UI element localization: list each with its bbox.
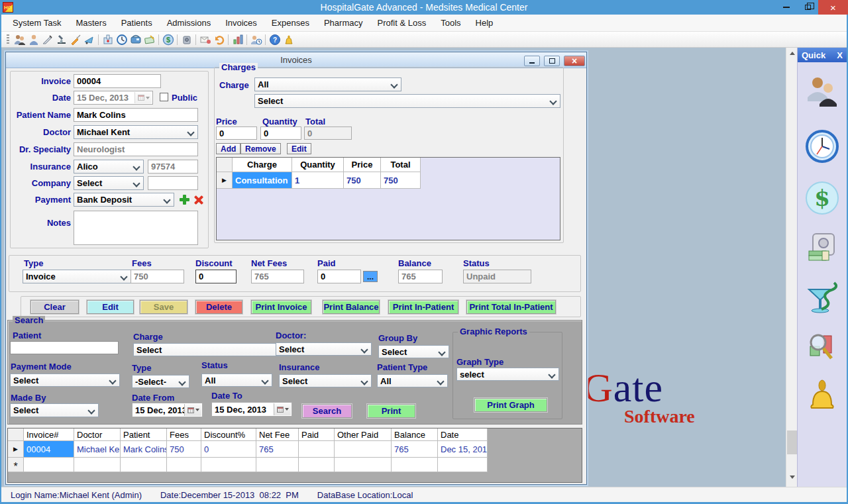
empty-cell[interactable]	[335, 458, 392, 472]
price-cell[interactable]: 750	[344, 172, 381, 189]
doctor-combo[interactable]: Michael Kent	[74, 125, 198, 139]
company-combo[interactable]: Select	[74, 176, 144, 190]
menu-tools[interactable]: Tools	[433, 15, 468, 31]
save-button[interactable]: Save	[140, 300, 187, 314]
other-paid-cell[interactable]	[335, 441, 392, 458]
search-insurance-combo[interactable]: Select	[279, 374, 372, 387]
empty-cell[interactable]	[74, 458, 121, 472]
menu-patients[interactable]: Patients	[114, 15, 160, 31]
paid-cell[interactable]	[299, 441, 335, 458]
child-close-button[interactable]	[564, 56, 585, 66]
print-in-patient-button[interactable]: Print In-Patient	[388, 300, 458, 314]
empty-cell[interactable]	[24, 458, 74, 472]
col-net-fee[interactable]: Net Fee	[256, 428, 299, 441]
new-row-icon[interactable]	[8, 458, 24, 472]
date-from-picker-icon[interactable]	[184, 404, 201, 416]
quick-close-icon[interactable]: X	[837, 50, 843, 60]
clock-icon[interactable]	[115, 33, 129, 46]
clock-icon[interactable]	[804, 128, 840, 164]
col-fees[interactable]: Fees	[167, 428, 201, 441]
date-to-field[interactable]: 15 Dec, 2013	[211, 402, 292, 417]
microscope-icon[interactable]	[54, 33, 68, 46]
clear-button[interactable]: Clear	[30, 300, 79, 314]
invoice-no-cell[interactable]: 00004	[24, 441, 74, 458]
empty-cell[interactable]	[256, 458, 299, 472]
date-cell[interactable]: Dec 15, 2013	[438, 441, 488, 458]
empty-cell[interactable]	[299, 458, 335, 472]
scrollbar-thumb[interactable]	[787, 430, 797, 454]
print-total-in-patient-button[interactable]: Print Total In-Patient	[466, 300, 556, 314]
invoice-date-field[interactable]: 15 Dec, 2013	[74, 91, 153, 105]
row-selector-icon[interactable]	[217, 172, 233, 189]
chart-icon[interactable]	[231, 33, 244, 46]
dollar-coin-icon[interactable]: $	[161, 33, 175, 46]
print-button[interactable]: Print	[367, 404, 415, 418]
reports-icon[interactable]	[804, 330, 840, 366]
patient-cell[interactable]: Mark Colins	[121, 441, 167, 458]
delete-button[interactable]: Delete	[195, 300, 242, 314]
patients-icon[interactable]	[804, 74, 840, 110]
charges-col-price[interactable]: Price	[344, 158, 381, 172]
net-fee-cell[interactable]: 765	[256, 441, 299, 458]
dr-specialty-field[interactable]: Neurologist	[74, 142, 198, 156]
date-picker-icon[interactable]	[134, 92, 152, 103]
pharmacy-icon[interactable]	[804, 279, 840, 315]
restore-button[interactable]	[797, 0, 818, 15]
search-type-combo[interactable]: -Select-	[132, 375, 189, 388]
price-input[interactable]: 0	[216, 126, 257, 140]
quantity-input[interactable]: 0	[260, 126, 301, 140]
date-from-field[interactable]: 15 Dec, 2013	[132, 403, 203, 417]
empty-cell[interactable]	[201, 458, 256, 472]
child-minimize-button[interactable]	[524, 56, 540, 66]
menu-expenses[interactable]: Expenses	[264, 15, 317, 31]
bell-icon[interactable]	[804, 379, 840, 415]
ambulance-icon[interactable]	[82, 33, 96, 46]
col-date[interactable]: Date	[438, 428, 488, 441]
payment-combo[interactable]: Bank Deposit	[74, 193, 174, 207]
invoice-number-field[interactable]: 00004	[74, 74, 161, 88]
patients-icon[interactable]	[13, 33, 26, 46]
graph-type-combo[interactable]: select	[456, 368, 559, 381]
hospital-icon[interactable]	[101, 33, 115, 46]
child-maximize-button[interactable]	[544, 56, 560, 66]
menu-help[interactable]: Help	[468, 15, 501, 31]
search-patient-input[interactable]	[10, 341, 119, 354]
charges-col-total[interactable]: Total	[381, 158, 421, 172]
billing-icon[interactable]: $	[804, 180, 840, 216]
syringe-icon[interactable]	[68, 33, 82, 46]
print-invoice-button[interactable]: Print Invoice	[251, 300, 311, 314]
add-charge-button[interactable]: Add	[216, 143, 240, 154]
menu-invoices[interactable]: Invoices	[218, 15, 264, 31]
col-invoice-no[interactable]: Invoice#	[24, 428, 74, 441]
col-balance[interactable]: Balance	[392, 428, 438, 441]
scroll-down-icon[interactable]	[786, 472, 798, 483]
search-status-combo[interactable]: All	[201, 374, 272, 387]
empty-cell[interactable]	[167, 458, 201, 472]
safe-icon[interactable]	[180, 33, 193, 46]
remove-payment-icon[interactable]	[193, 195, 203, 205]
discount-field[interactable]: 0	[195, 270, 237, 283]
search-doctor-combo[interactable]: Select	[276, 342, 372, 356]
fees-field[interactable]: 750	[131, 270, 184, 283]
col-patient[interactable]: Patient	[121, 428, 167, 441]
undo-icon[interactable]	[212, 33, 226, 46]
payment-note-icon[interactable]	[142, 33, 156, 46]
charge-cell[interactable]: Consultation	[233, 172, 292, 189]
empty-cell[interactable]	[392, 458, 438, 472]
col-discount[interactable]: Discount%	[201, 428, 256, 441]
print-balance-button[interactable]: Print Balance	[323, 300, 380, 314]
charges-col-quantity[interactable]: Quantity	[292, 158, 344, 172]
made-by-combo[interactable]: Select	[10, 403, 99, 417]
paid-browse-button[interactable]: ...	[363, 271, 378, 282]
quantity-cell[interactable]: 1	[292, 172, 344, 189]
search-charge-combo[interactable]: Select	[133, 343, 292, 356]
total-cell[interactable]: 750	[381, 172, 421, 189]
bell-icon[interactable]	[282, 33, 295, 46]
empty-cell[interactable]	[121, 458, 167, 472]
scalpel-icon[interactable]	[40, 33, 54, 46]
schedule-icon[interactable]	[249, 33, 263, 46]
patient-type-combo[interactable]: All	[377, 374, 448, 387]
charges-col-charge[interactable]: Charge	[233, 158, 292, 172]
insurance-number-field[interactable]: 97574	[148, 160, 198, 174]
menu-admissions[interactable]: Admissions	[160, 15, 218, 31]
